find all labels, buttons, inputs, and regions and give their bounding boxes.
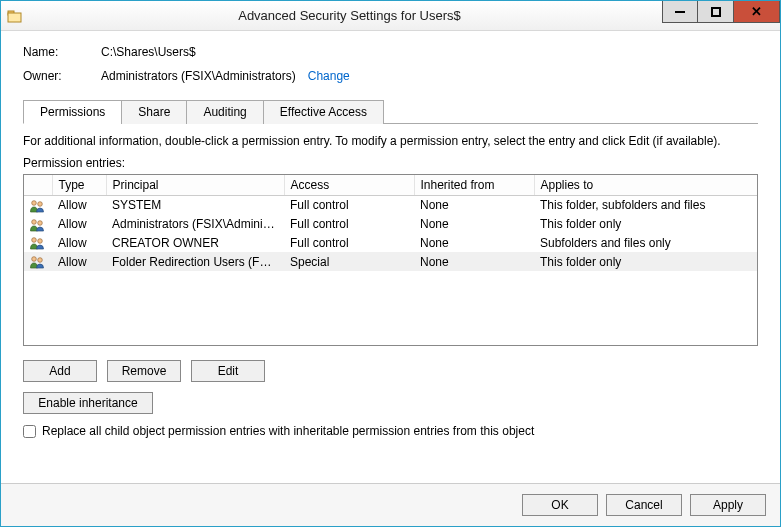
principal-icon	[24, 196, 52, 215]
svg-point-8	[32, 257, 37, 262]
name-value: C:\Shares\Users$	[101, 45, 196, 59]
tab-permissions[interactable]: Permissions	[23, 100, 122, 124]
window-icon	[1, 8, 29, 24]
col-applies-header[interactable]: Applies to	[534, 175, 757, 196]
replace-checkbox-label: Replace all child object permission entr…	[42, 424, 534, 438]
cell-inherited: None	[414, 196, 534, 215]
change-owner-link[interactable]: Change	[308, 69, 350, 83]
cell-access: Full control	[284, 196, 414, 215]
col-principal-header[interactable]: Principal	[106, 175, 284, 196]
replace-checkbox-row: Replace all child object permission entr…	[23, 424, 758, 438]
replace-checkbox[interactable]	[23, 425, 36, 438]
cell-type: Allow	[52, 252, 106, 271]
security-settings-window: Advanced Security Settings for Users$ Na…	[0, 0, 781, 527]
edit-button[interactable]: Edit	[191, 360, 265, 382]
svg-point-7	[38, 239, 43, 244]
cell-inherited: None	[414, 252, 534, 271]
cell-principal: Folder Redirection Users (FSIX...	[106, 252, 284, 271]
cell-inherited: None	[414, 215, 534, 234]
minimize-button[interactable]	[662, 1, 698, 23]
tab-effective-access[interactable]: Effective Access	[263, 100, 384, 124]
permission-table: Type Principal Access Inherited from App…	[23, 174, 758, 346]
col-access-header[interactable]: Access	[284, 175, 414, 196]
inheritance-row: Enable inheritance	[23, 392, 758, 414]
apply-button[interactable]: Apply	[690, 494, 766, 516]
cancel-button[interactable]: Cancel	[606, 494, 682, 516]
content-area: Name: C:\Shares\Users$ Owner: Administra…	[1, 31, 780, 483]
table-row[interactable]: AllowSYSTEMFull controlNoneThis folder, …	[24, 196, 757, 215]
owner-label: Owner:	[23, 69, 101, 83]
col-type-header[interactable]: Type	[52, 175, 106, 196]
help-text: For additional information, double-click…	[23, 134, 758, 148]
cell-applies: This folder only	[534, 215, 757, 234]
window-controls	[662, 1, 780, 23]
cell-access: Special	[284, 252, 414, 271]
table-header-row: Type Principal Access Inherited from App…	[24, 175, 757, 196]
principal-icon	[24, 252, 52, 271]
tab-strip: Permissions Share Auditing Effective Acc…	[23, 99, 758, 124]
svg-point-3	[38, 202, 43, 207]
dialog-footer: OK Cancel Apply	[1, 483, 780, 526]
principal-icon	[24, 215, 52, 234]
svg-point-6	[32, 238, 37, 243]
cell-inherited: None	[414, 234, 534, 253]
cell-principal: CREATOR OWNER	[106, 234, 284, 253]
remove-button[interactable]: Remove	[107, 360, 181, 382]
cell-principal: SYSTEM	[106, 196, 284, 215]
principal-icon	[24, 234, 52, 253]
name-label: Name:	[23, 45, 101, 59]
tab-share[interactable]: Share	[121, 100, 187, 124]
owner-row: Owner: Administrators (FSIX\Administrato…	[23, 69, 758, 83]
svg-point-9	[38, 258, 43, 263]
cell-type: Allow	[52, 234, 106, 253]
cell-access: Full control	[284, 234, 414, 253]
owner-value: Administrators (FSIX\Administrators)	[101, 69, 296, 83]
svg-rect-1	[8, 13, 21, 22]
cell-type: Allow	[52, 215, 106, 234]
svg-point-2	[32, 201, 37, 206]
col-icon-header[interactable]	[24, 175, 52, 196]
enable-inheritance-button[interactable]: Enable inheritance	[23, 392, 153, 414]
cell-applies: This folder, subfolders and files	[534, 196, 757, 215]
entries-label: Permission entries:	[23, 156, 758, 170]
action-buttons: Add Remove Edit	[23, 360, 758, 382]
cell-applies: Subfolders and files only	[534, 234, 757, 253]
name-row: Name: C:\Shares\Users$	[23, 45, 758, 59]
cell-type: Allow	[52, 196, 106, 215]
table-row[interactable]: AllowFolder Redirection Users (FSIX...Sp…	[24, 252, 757, 271]
titlebar: Advanced Security Settings for Users$	[1, 1, 780, 31]
cell-applies: This folder only	[534, 252, 757, 271]
table-row[interactable]: AllowAdministrators (FSIX\Adminis...Full…	[24, 215, 757, 234]
close-button[interactable]	[734, 1, 780, 23]
maximize-button[interactable]	[698, 1, 734, 23]
ok-button[interactable]: OK	[522, 494, 598, 516]
table-row[interactable]: AllowCREATOR OWNERFull controlNoneSubfol…	[24, 234, 757, 253]
cell-access: Full control	[284, 215, 414, 234]
tab-body: For additional information, double-click…	[23, 124, 758, 473]
add-button[interactable]: Add	[23, 360, 97, 382]
tab-auditing[interactable]: Auditing	[186, 100, 263, 124]
svg-point-5	[38, 220, 43, 225]
svg-point-4	[32, 219, 37, 224]
cell-principal: Administrators (FSIX\Adminis...	[106, 215, 284, 234]
col-inherited-header[interactable]: Inherited from	[414, 175, 534, 196]
